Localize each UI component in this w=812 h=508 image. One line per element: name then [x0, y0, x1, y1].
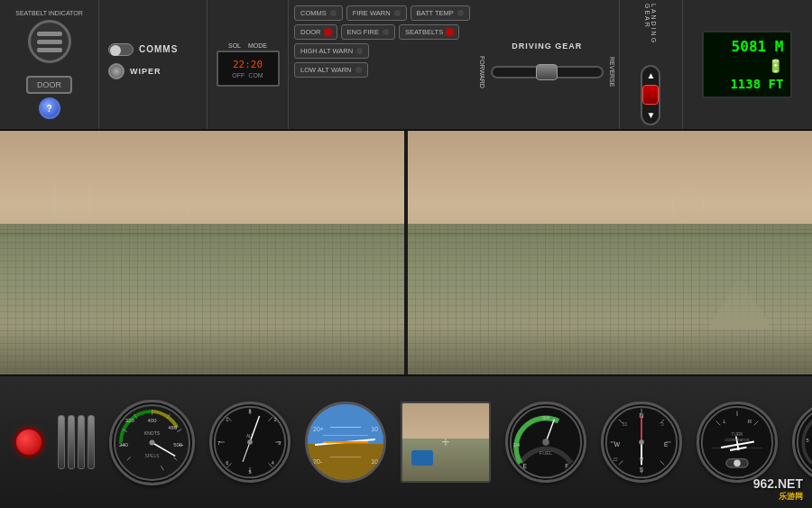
comms-indicator[interactable]: COMMS	[294, 5, 343, 21]
driving-gear-section: DRIVING GEAR FORWARD REVERSE	[475, 0, 620, 129]
door-ind-label: DOOR	[300, 28, 321, 36]
airspeed-gauge: 400 480 500 320 240 KNOTS SPELS	[109, 400, 195, 485]
driving-gear-knob[interactable]	[536, 64, 558, 80]
low-alt-warn-led	[355, 67, 362, 73]
svg-text:8: 8	[248, 409, 251, 414]
svg-text:240: 240	[119, 442, 129, 448]
camera-crosshair: +	[441, 434, 449, 450]
wiper-label: WIPER	[130, 67, 161, 76]
altitude-display-screen: 5081 M 🔋 1138 FT	[702, 31, 792, 98]
comms-wiper-section: COMMS WIPER	[99, 0, 208, 129]
mode-label: MODE	[248, 42, 267, 49]
batt-temp-led	[457, 10, 464, 16]
svg-point-82	[734, 460, 740, 466]
forward-label: FORWARD	[479, 56, 485, 88]
city-overlay-left	[0, 224, 404, 374]
high-alt-warn-label: HIGH ALT WARN	[300, 47, 353, 55]
com-label: COM	[248, 72, 263, 79]
landing-gear-section: LANDING GEAR ▲ ▼	[620, 0, 683, 129]
seatbelt-door-section: SEATBELT INDICATOR DOOR ?	[0, 0, 99, 129]
camera-water	[411, 450, 433, 466]
fuel-gauge: E F 3/4 1/4 FUEL	[505, 402, 586, 483]
svg-text:4: 4	[272, 460, 274, 466]
throttle-lever-3[interactable]	[78, 415, 85, 469]
svg-text:R: R	[748, 419, 752, 424]
svg-text:2: 2	[273, 417, 276, 422]
driving-gear-label: DRIVING GEAR	[512, 42, 582, 51]
door-button[interactable]: DOOR	[26, 76, 72, 94]
watermark: 962.NET 乐游网	[753, 476, 803, 503]
ground-left	[0, 224, 404, 374]
altimeter-gauge: 8 2 3 4 5 6 7 1 ALT	[209, 402, 291, 483]
indicator-row-4: LOW ALT WARN	[294, 62, 470, 78]
svg-text:5: 5	[248, 469, 251, 475]
svg-text:SPELS: SPELS	[145, 454, 161, 458]
landing-gear-slider[interactable]: ▲ ▼	[641, 65, 660, 125]
comms-ind-label: COMMS	[300, 9, 327, 17]
sol-mode-display-section: SOL MODE 22:20 OFF COM	[208, 0, 289, 129]
svg-text:COORDINATOR: COORDINATOR	[724, 439, 750, 442]
indicator-row-3: HIGH ALT WARN	[294, 43, 470, 59]
seatbelts-indicator[interactable]: SEATBELTS	[399, 24, 459, 40]
watermark-sub: 乐游网	[753, 491, 803, 503]
svg-point-40	[247, 439, 253, 445]
sol-label: SOL	[228, 42, 241, 49]
indicator-row-1: COMMS FIRE WARN BATT TEMP	[294, 5, 470, 21]
fire-warn-label: FIRE WARN	[353, 9, 391, 17]
eng-fire-indicator[interactable]: ENG FIRE	[341, 24, 395, 40]
viewport-area	[0, 131, 812, 374]
throttle-levers[interactable]	[58, 415, 95, 469]
door-indicator[interactable]: DOOR	[294, 24, 337, 40]
svg-text:3: 3	[661, 422, 664, 427]
fire-warn-led	[394, 10, 401, 16]
altitude-feet: 1138 FT	[711, 77, 783, 91]
top-instrument-panel: SEATBELT INDICATOR DOOR ? COMMS WIPER	[0, 0, 812, 131]
low-alt-warn-label: LOW ALT WARN	[300, 66, 352, 74]
door-ind-led	[325, 29, 331, 35]
seatbelts-label: SEATBELTS	[405, 28, 443, 36]
watermark-brand: 962.NET	[753, 476, 803, 491]
indicators-section: COMMS FIRE WARN BATT TEMP DOOR ENG FIRE	[289, 0, 475, 129]
horizon-line-right	[408, 233, 812, 235]
eng-fire-led	[383, 29, 389, 35]
svg-point-67	[639, 439, 644, 445]
bottom-instrument-panel: 400 480 500 320 240 KNOTS SPELS	[0, 374, 812, 508]
svg-text:E: E	[522, 463, 527, 469]
batt-temp-indicator[interactable]: BATT TEMP	[411, 5, 470, 21]
horizon-line-left	[0, 233, 404, 235]
throttle-lever-2[interactable]	[68, 415, 75, 469]
battery-display: 🔋	[711, 59, 783, 73]
seatbelt-icon	[28, 20, 71, 63]
seatbelts-led	[447, 29, 453, 35]
battery-icon: 🔋	[768, 59, 783, 73]
svg-text:L: L	[723, 419, 725, 424]
svg-text:3/4: 3/4	[542, 415, 549, 420]
right-altitude-display-section: 5081 M 🔋 1138 FT	[683, 0, 812, 129]
svg-point-47	[542, 439, 549, 445]
svg-text:33: 33	[623, 422, 628, 427]
viewport-left	[0, 131, 404, 374]
landing-gear-knob[interactable]	[642, 85, 659, 105]
comms-toggle[interactable]	[108, 43, 134, 56]
high-alt-warn-indicator[interactable]: HIGH ALT WARN	[294, 43, 369, 59]
throttle-lever-4[interactable]	[88, 415, 95, 469]
reverse-label: REVERSE	[609, 57, 615, 87]
landing-gear-label: LANDING GEAR	[644, 4, 657, 61]
svg-text:1/4: 1/4	[512, 442, 520, 448]
svg-point-18	[150, 439, 155, 445]
svg-text:1: 1	[226, 417, 228, 422]
throttle-lever-1[interactable]	[58, 415, 65, 469]
artificial-horizon-gauge: 20+ 20- 10 10	[305, 402, 386, 483]
svg-text:3: 3	[278, 440, 281, 446]
off-label: OFF	[232, 72, 245, 79]
power-button[interactable]	[14, 428, 43, 457]
wiper-knob[interactable]	[108, 63, 125, 79]
svg-text:7: 7	[217, 440, 220, 446]
batt-temp-label: BATT TEMP	[417, 9, 454, 17]
low-alt-warn-indicator[interactable]: LOW ALT WARN	[294, 62, 368, 78]
fire-warn-indicator[interactable]: FIRE WARN	[346, 5, 407, 21]
seatbelt-label: SEATBELT INDICATOR	[15, 10, 82, 17]
driving-gear-slider[interactable]	[491, 66, 604, 79]
svg-text:500: 500	[173, 442, 183, 448]
svg-text:320: 320	[125, 417, 135, 422]
